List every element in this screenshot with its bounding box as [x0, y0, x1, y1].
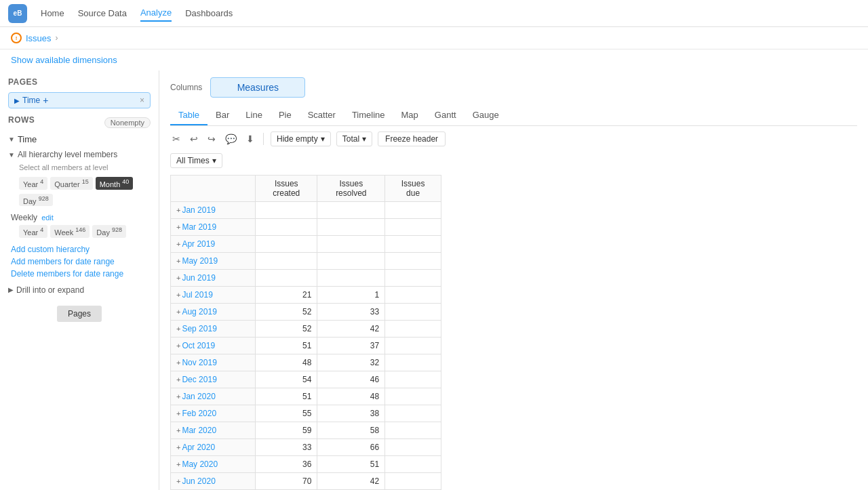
show-dims-bar: Show available dimensions	[0, 49, 868, 70]
row-expand-icon[interactable]: +	[176, 274, 180, 282]
hide-empty-arrow: ▾	[321, 134, 325, 144]
add-members-link[interactable]: Add members for date range	[11, 257, 151, 266]
table-row: +Dec 20195446	[171, 371, 441, 388]
cell-due	[385, 270, 441, 287]
time-chip-label: Time	[22, 96, 40, 105]
main-layout: Pages ▶ Time + × Rows Nonempty ▼ Time ▼ …	[0, 70, 868, 490]
tab-gauge[interactable]: Gauge	[465, 106, 507, 125]
row-expand-icon[interactable]: +	[176, 257, 180, 265]
nav-dashboards[interactable]: Dashboards	[185, 5, 233, 21]
table-row: +May 20203651	[171, 456, 441, 473]
cell-created	[256, 202, 317, 219]
time-chip[interactable]: ▶ Time + ×	[8, 92, 151, 108]
download-icon[interactable]: ⬇	[244, 131, 256, 146]
row-expand-icon[interactable]: +	[176, 392, 180, 401]
row-label: Jul 2019	[182, 290, 212, 300]
weekly-year-badge[interactable]: Year 4	[19, 225, 47, 238]
row-expand-icon[interactable]: +	[176, 223, 180, 231]
tab-scatter[interactable]: Scatter	[300, 106, 344, 125]
row-label: May 2019	[182, 256, 218, 266]
tab-table[interactable]: Table	[170, 106, 208, 125]
cell-due	[385, 253, 441, 270]
year-badge[interactable]: Year 4	[19, 177, 47, 190]
cell-resolved	[317, 236, 385, 253]
hide-empty-btn[interactable]: Hide empty ▾	[271, 131, 331, 146]
cell-resolved: 58	[317, 422, 385, 439]
delete-members-link[interactable]: Delete members for date range	[11, 269, 151, 279]
redo-icon[interactable]: ↪	[205, 131, 218, 146]
undo-icon[interactable]: ↩	[188, 131, 200, 146]
weekly-badges: Year 4 Week 146 Day 928	[8, 225, 151, 238]
chip-remove-icon[interactable]: ×	[140, 96, 144, 105]
nav-source-data[interactable]: Source Data	[78, 5, 127, 21]
time-header[interactable]: ▼ Time	[8, 134, 151, 144]
quarter-badge[interactable]: Quarter 15	[50, 177, 92, 190]
row-label: Jan 2020	[182, 392, 215, 401]
tab-bar[interactable]: Bar	[208, 106, 237, 125]
time-filter-arrow: ▾	[212, 156, 216, 165]
cell-resolved: 33	[317, 304, 385, 321]
cell-due	[385, 287, 441, 304]
day-badge[interactable]: Day 928	[19, 194, 53, 207]
comment-icon[interactable]: 💬	[223, 131, 239, 146]
show-dims-link[interactable]: Show available dimensions	[11, 55, 117, 65]
row-expand-icon[interactable]: +	[176, 375, 180, 384]
row-expand-icon[interactable]: +	[176, 325, 180, 333]
row-expand-icon[interactable]: +	[176, 342, 180, 350]
weekly-week-badge[interactable]: Week 146	[50, 225, 90, 238]
measures-chip[interactable]: Measures	[210, 77, 305, 98]
tab-pie[interactable]: Pie	[271, 106, 300, 125]
row-expand-icon[interactable]: +	[176, 291, 180, 299]
cell-due	[385, 371, 441, 388]
month-badge[interactable]: Month 40	[96, 177, 134, 190]
row-label: Mar 2019	[182, 222, 216, 232]
cell-created: 33	[256, 439, 317, 456]
time-expand-icon: ▼	[8, 136, 15, 143]
row-expand-icon[interactable]: +	[176, 443, 180, 451]
row-expand-icon[interactable]: +	[176, 359, 180, 367]
time-filter-label: All Times	[176, 156, 210, 165]
tab-timeline[interactable]: Timeline	[344, 106, 393, 125]
pages-label: Pages	[8, 77, 151, 87]
row-expand-icon[interactable]: +	[176, 477, 180, 485]
row-expand-icon[interactable]: +	[176, 460, 180, 468]
tab-line[interactable]: Line	[237, 106, 271, 125]
freeze-btn[interactable]: Freeze header	[378, 131, 446, 146]
col-header-due: Issuesdue	[385, 176, 441, 202]
add-custom-hierarchy-link[interactable]: Add custom hierarchy	[11, 245, 151, 254]
drill-section[interactable]: ▶ Drill into or expand	[8, 285, 151, 295]
columns-row: Columns Measures	[170, 77, 857, 98]
cell-due	[385, 321, 441, 338]
drill-label: Drill into or expand	[16, 285, 84, 295]
table-row: +Mar 20205958	[171, 422, 441, 439]
issues-icon: !	[11, 33, 22, 43]
table-row: +Jan 2019	[171, 202, 441, 219]
total-btn[interactable]: Total ▾	[336, 131, 372, 146]
tab-gantt[interactable]: Gantt	[427, 106, 465, 125]
row-expand-icon[interactable]: +	[176, 240, 180, 248]
row-expand-icon[interactable]: +	[176, 206, 180, 214]
cell-created: 36	[256, 456, 317, 473]
row-expand-icon[interactable]: +	[176, 409, 180, 417]
time-filter[interactable]: All Times ▾	[170, 153, 222, 168]
table-row: +May 2019	[171, 253, 441, 270]
cell-created	[256, 270, 317, 287]
nav-analyze[interactable]: Analyze	[140, 5, 172, 22]
nav-home[interactable]: Home	[41, 5, 64, 21]
cell-resolved	[317, 270, 385, 287]
cut-icon[interactable]: ✂	[170, 131, 182, 146]
all-hierarchy-row[interactable]: ▼ All hierarchy level members	[8, 150, 151, 159]
chip-add-icon[interactable]: +	[43, 95, 48, 106]
row-expand-icon[interactable]: +	[176, 426, 180, 434]
breadcrumb-link[interactable]: Issues	[26, 33, 52, 43]
table-row: +Nov 20194832	[171, 354, 441, 371]
row-expand-icon[interactable]: +	[176, 308, 180, 316]
row-label: Dec 2019	[182, 375, 216, 384]
total-arrow: ▾	[362, 134, 366, 144]
pages-button[interactable]: Pages	[57, 306, 102, 322]
table-row: +Aug 20195233	[171, 304, 441, 321]
cell-created: 48	[256, 354, 317, 371]
tab-map[interactable]: Map	[393, 106, 427, 125]
weekly-day-badge[interactable]: Day 928	[92, 225, 126, 238]
weekly-edit-link[interactable]: edit	[41, 213, 54, 222]
